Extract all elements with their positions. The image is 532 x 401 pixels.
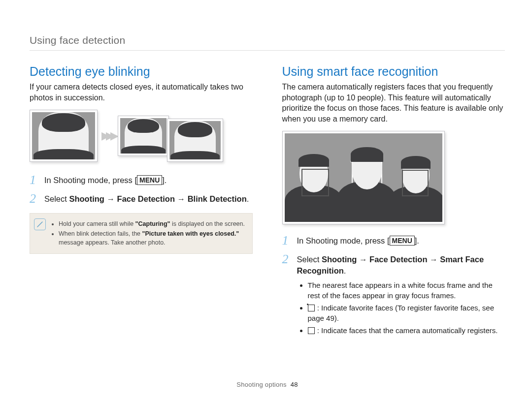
step-body: Select Shooting → Face Detection → Smart… [297, 253, 505, 337]
group-photo-illustration [282, 131, 445, 224]
step-text: In Shooting mode, press [ [297, 236, 390, 245]
favorite-frame-icon [308, 305, 315, 311]
right-column: Using smart face recognition The camera … [282, 64, 505, 343]
note-list: Hold your camera still while "Capturing"… [59, 218, 247, 248]
sub-bullet: : Indicate favorite faces (To register f… [308, 303, 505, 323]
note-icon [34, 218, 46, 230]
step-number: 2 [282, 253, 294, 266]
menu-key: MENU [390, 236, 415, 246]
person-silhouette [340, 138, 394, 222]
step-text: In Shooting mode, press [ [44, 176, 137, 185]
step-text: . [344, 266, 346, 275]
focus-frame-gray [301, 169, 329, 196]
bullet-text: : Indicate favorite faces (To register f… [308, 304, 495, 322]
note-box: Hold your camera still while "Capturing"… [30, 213, 253, 253]
blink-illustration: ▶▶▶ [30, 110, 253, 162]
section-title-smart: Using smart face recognition [282, 64, 505, 79]
step-body: In Shooting mode, press [MENU]. [297, 234, 419, 247]
page-breadcrumb: Using face detection [30, 34, 505, 51]
section-title-blink: Detecting eye blinking [30, 64, 253, 79]
step-text: Select [44, 194, 69, 203]
two-column-layout: Detecting eye blinking If your camera de… [30, 64, 505, 343]
steps-blink: 1 In Shooting mode, press [MENU]. 2 Sele… [30, 174, 253, 205]
step-2: 2 Select Shooting → Face Detection → Sma… [282, 253, 505, 337]
steps-smart: 1 In Shooting mode, press [MENU]. 2 Sele… [282, 234, 505, 337]
step-number: 1 [30, 174, 41, 186]
photo-eyes-closed [30, 110, 98, 162]
step-body: Select Shooting → Face Detection → Blink… [44, 192, 249, 205]
step-text: . [247, 194, 249, 203]
photo-result-2 [167, 119, 223, 162]
step-1: 1 In Shooting mode, press [MENU]. [282, 234, 505, 247]
arrow-icon: ▶▶▶ [100, 129, 116, 142]
sub-bullets: The nearest face appears in a white focu… [308, 280, 505, 336]
bullet-text: : Indicate faces that the camera automat… [315, 326, 498, 335]
step-2: 2 Select Shooting → Face Detection → Bli… [30, 192, 253, 205]
step-bold-path: Shooting → Face Detection → Blink Detect… [69, 194, 246, 203]
step-number: 1 [282, 234, 294, 247]
focus-frame-gray [402, 170, 429, 196]
sub-bullet: : Indicate faces that the camera automat… [308, 325, 505, 336]
step-1: 1 In Shooting mode, press [MENU]. [30, 174, 253, 186]
left-column: Detecting eye blinking If your camera de… [30, 64, 253, 343]
step-number: 2 [30, 192, 41, 205]
manual-page: Using face detection Detecting eye blink… [0, 0, 532, 401]
auto-frame-icon [308, 327, 315, 334]
page-footer: Shooting options 48 [30, 381, 505, 388]
step-text: Select [297, 255, 322, 264]
step-text: ]. [415, 236, 419, 245]
photo-result-1 [118, 116, 169, 156]
step-bold-path: Shooting → Face Detection → Smart Face R… [297, 255, 484, 275]
menu-key: MENU [137, 175, 162, 185]
intro-blink: If your camera detects closed eyes, it a… [30, 82, 253, 103]
footer-page-number: 48 [291, 381, 298, 388]
step-body: In Shooting mode, press [MENU]. [44, 174, 166, 186]
sub-bullet: The nearest face appears in a white focu… [308, 280, 505, 301]
note-item: When blink detection fails, the "Picture… [59, 229, 247, 247]
step-text: ]. [162, 176, 166, 185]
footer-section: Shooting options [236, 381, 287, 388]
note-item: Hold your camera still while "Capturing"… [59, 219, 247, 228]
intro-smart: The camera automatically registers faces… [282, 82, 505, 124]
